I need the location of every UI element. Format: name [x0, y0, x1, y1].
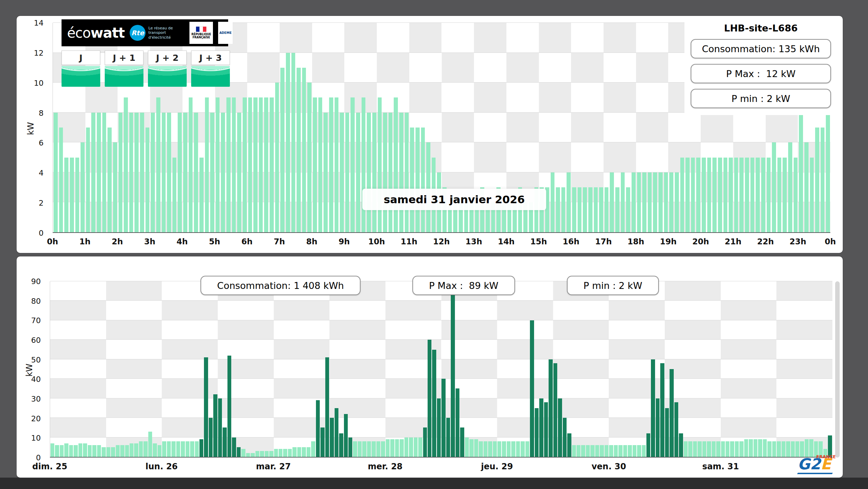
y-tick-label: 0 — [39, 229, 44, 237]
x-tick-label: 3h — [144, 237, 155, 246]
y-tick-label: 12 — [34, 48, 44, 57]
y-tick-label: 10 — [34, 78, 44, 87]
bar — [777, 158, 782, 232]
bar — [744, 439, 748, 457]
bar — [395, 439, 399, 457]
bar — [362, 441, 366, 457]
x-tick-label: 0h — [47, 237, 58, 246]
bar — [183, 113, 187, 232]
bar — [469, 439, 473, 457]
stat-pmax-weekly: P Max : 89 kW — [412, 276, 515, 295]
day-button-2[interactable]: J + 2 — [148, 50, 187, 87]
stat-pmin-weekly: P min : 2 kW — [567, 276, 659, 295]
bar — [260, 451, 264, 457]
bar — [614, 445, 618, 457]
day-button-1[interactable]: J + 1 — [105, 50, 143, 87]
bar — [416, 128, 420, 232]
bar-peak — [232, 438, 236, 457]
bar — [799, 113, 803, 232]
ecowatt-forecast-thumbnail — [62, 66, 100, 87]
bar-peak — [530, 320, 534, 457]
bar — [60, 445, 64, 457]
bar-peak — [446, 418, 450, 457]
bar — [351, 97, 355, 232]
bar — [264, 97, 268, 232]
y-tick-label: 60 — [31, 336, 41, 345]
bar — [302, 68, 306, 232]
bar — [637, 445, 641, 457]
bar — [324, 113, 328, 232]
bar — [772, 142, 776, 232]
bar — [83, 443, 87, 457]
bar-peak — [679, 433, 683, 457]
bar — [167, 441, 171, 457]
bar — [297, 68, 301, 232]
y-tick-label: 30 — [31, 395, 41, 403]
rte-logo: Rte — [130, 25, 146, 41]
bar — [269, 451, 273, 457]
bar — [659, 172, 663, 232]
bar — [685, 158, 690, 232]
bar — [64, 158, 68, 232]
bar — [345, 113, 349, 232]
bar — [221, 113, 225, 232]
bar — [767, 441, 771, 457]
bar-peak — [660, 363, 664, 457]
x-tick-label: 5h — [209, 237, 220, 246]
bar — [595, 445, 599, 457]
y-tick-label: 6 — [39, 139, 44, 147]
bar-peak — [674, 402, 678, 457]
forecast-day-buttons: JJ + 1J + 2J + 3 — [62, 50, 230, 87]
bar — [151, 113, 155, 232]
bar — [525, 441, 529, 457]
bar — [605, 187, 609, 232]
bar-peak — [432, 350, 436, 457]
bottom-x-ticks: dim. 25lun. 26mar. 27mer. 28jeu. 29ven. … — [50, 462, 832, 473]
bar — [590, 445, 594, 457]
y-tick-label: 0 — [36, 453, 41, 462]
bar — [158, 445, 161, 457]
bar-peak — [325, 357, 329, 457]
bar — [605, 445, 608, 457]
top-y-ticks: 02468101214 — [17, 23, 48, 233]
bar — [418, 438, 422, 457]
bar — [479, 441, 483, 457]
ecowatt-logo: écowatt — [67, 25, 124, 41]
y-tick-label: 4 — [39, 169, 44, 177]
bar-peak — [199, 439, 203, 457]
bar — [275, 83, 279, 232]
vertical-scrollbar[interactable] — [835, 281, 840, 458]
x-tick-label: 21h — [725, 237, 741, 246]
bar — [653, 172, 657, 232]
bar — [691, 158, 695, 232]
bar — [92, 445, 96, 457]
bar — [171, 441, 175, 457]
bar — [669, 172, 673, 232]
bar — [745, 158, 749, 232]
bar — [199, 158, 204, 232]
bar — [372, 441, 375, 457]
bottom-bars-layer[interactable] — [50, 281, 832, 457]
bar — [74, 445, 77, 457]
bar — [241, 449, 245, 457]
day-button-3[interactable]: J + 3 — [191, 50, 230, 87]
bar — [340, 113, 344, 232]
bar — [237, 113, 241, 232]
day-button-label: J + 2 — [148, 50, 187, 65]
bar — [176, 441, 180, 457]
bar — [777, 441, 781, 457]
bar — [140, 113, 144, 232]
bar — [297, 447, 301, 457]
selected-date-label: samedi 31 janvier 2026 — [362, 189, 546, 210]
bar — [353, 441, 357, 457]
bar — [195, 441, 199, 457]
rte-tagline: Le réseau de transport d'électricité — [148, 26, 184, 40]
x-tick-label: 4h — [177, 237, 188, 246]
bar — [758, 439, 762, 457]
bar — [205, 97, 209, 232]
weekly-load-chart[interactable] — [50, 281, 832, 458]
bar-peak — [828, 435, 832, 457]
bar — [730, 441, 734, 457]
bar — [583, 187, 587, 232]
day-button-0[interactable]: J — [62, 50, 100, 87]
